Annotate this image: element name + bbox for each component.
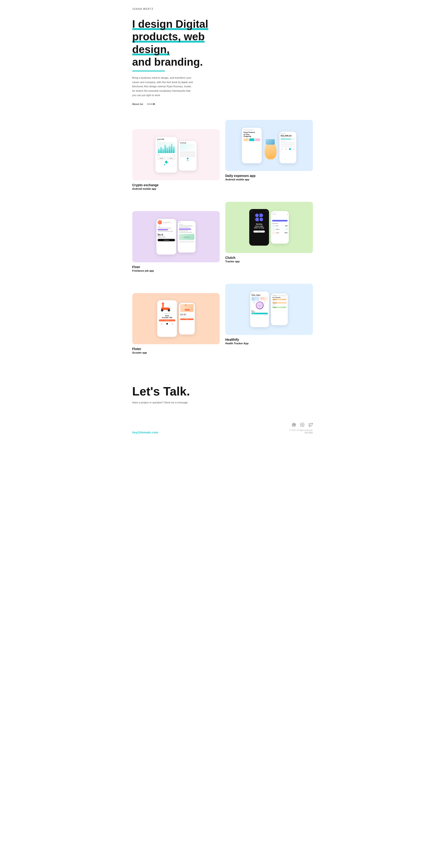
lets-talk-description: Have a project or question? Send me a me… <box>132 401 313 404</box>
finer-subtitle: Freelance job app <box>132 269 220 272</box>
project-healthify[interactable]: Hello, Hello, Sajon AllMetabolic 88% Vit… <box>225 284 313 345</box>
portfolio-row-3: PRODUCTS KickScooter T60 Order Now <box>132 284 313 354</box>
clutch-phone2: My cards •••• 4471 ◉ $293.5 Transactions… <box>271 211 289 244</box>
project-floter[interactable]: PRODUCTS KickScooter T60 Order Now <box>132 293 220 354</box>
finer-title: Finer <box>132 265 220 269</box>
crypto-subtitle: Android mobile app <box>132 187 220 190</box>
portfolio-row-1: 12,670,90₿ APR-NOV <box>132 120 313 190</box>
daily-hand <box>264 142 278 161</box>
crypto-image: 12,670,90₿ APR-NOV <box>132 129 220 180</box>
project-finer[interactable]: Profile Do it. What you want. Get Starte… <box>132 211 220 272</box>
footer: hey@domain.com <box>111 413 334 441</box>
floter-image: PRODUCTS KickScooter T60 Order Now <box>132 293 220 344</box>
footer-right: © 2021 All right reserved. 网页模板 <box>289 423 313 434</box>
clutch-subtitle: Tracker app <box>225 260 313 263</box>
site-header: JOANA MERTZ <box>111 0 334 11</box>
daily-title: Daily expenses app <box>225 174 313 178</box>
instagram-icon[interactable] <box>300 423 305 427</box>
healthify-image: Hello, Hello, Sajon AllMetabolic 88% Vit… <box>225 284 313 335</box>
project-crypto[interactable]: 12,670,90₿ APR-NOV <box>132 129 220 190</box>
floter-phone2: Product Detail Kick T60 Buy Now <box>179 303 195 335</box>
hero-description: Bring a business mind to design, and tra… <box>132 76 195 97</box>
healthify-title: Healthify <box>225 338 313 341</box>
portfolio-row-2: Profile Do it. What you want. Get Starte… <box>132 202 313 272</box>
project-daily[interactable]: Keep Financeat YourFingertip <box>225 120 313 181</box>
lets-talk-title: Let's Talk. <box>132 384 313 398</box>
about-me-link[interactable]: About me <box>132 103 156 105</box>
svg-rect-2 <box>300 423 304 427</box>
finer-image: Profile Do it. What you want. Get Starte… <box>132 211 220 262</box>
healthify-subtitle: Health Tracker App <box>225 342 313 345</box>
hero-accent-line <box>132 70 165 71</box>
finer-phone2: Jobs Company working figure <box>178 221 196 253</box>
clutch-title: Clutch <box>225 256 313 259</box>
footer-copyright: © 2021 All right reserved. 网页模板 <box>289 429 313 434</box>
health-phone1: Hello, Hello, Sajon AllMetabolic 88% Vit… <box>250 291 269 327</box>
lets-talk-section: Let's Talk. Have a project or question? … <box>111 366 334 413</box>
daily-subtitle: Android mobile app <box>225 178 313 181</box>
twitter-icon[interactable] <box>308 423 313 427</box>
arrow-icon <box>147 103 156 105</box>
footer-icons <box>292 423 313 427</box>
hero-title: I design Digital products, web design, a… <box>132 18 230 68</box>
health-phone2: Test again Your Results Vitamin A 0.52-2… <box>271 293 288 325</box>
project-clutch[interactable]: 9:41●●● Bankingnever havebeen so easy Si… <box>225 202 313 263</box>
daily-phone2: Statistics $12,345.22 $2,789.18 Template… <box>279 131 296 163</box>
portfolio-section: 12,670,90₿ APR-NOV <box>111 106 334 354</box>
footer-email[interactable]: hey@domain.com <box>132 430 158 434</box>
crypto-title: Crypto exchange <box>132 183 220 187</box>
crypto-phone1: 12,670,90₿ APR-NOV <box>155 137 177 173</box>
clutch-phone-dark: 9:41●●● Bankingnever havebeen so easy Si… <box>249 209 269 246</box>
crypto-phone2: 11,670,90 <box>179 141 197 170</box>
site-name: JOANA MERTZ <box>132 8 154 10</box>
hero-section: I design Digital products, web design, a… <box>111 11 334 106</box>
floter-subtitle: Scooter app <box>132 351 220 354</box>
floter-phone1: PRODUCTS KickScooter T60 Order Now <box>157 300 177 337</box>
clutch-image: 9:41●●● Bankingnever havebeen so easy Si… <box>225 202 313 253</box>
floter-title: Floter <box>132 347 220 351</box>
dribbble-icon[interactable] <box>292 423 296 427</box>
daily-phone1: Keep Financeat YourFingertip <box>242 128 262 163</box>
daily-image: Keep Financeat YourFingertip <box>225 120 313 171</box>
finer-phone1: Profile Do it. What you want. Get Starte… <box>157 219 176 254</box>
